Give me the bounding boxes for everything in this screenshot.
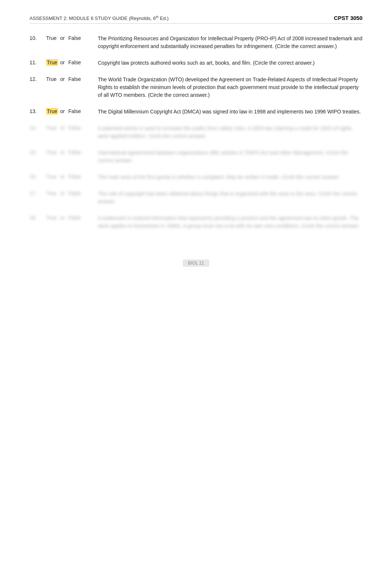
header-course: CPST 3050 — [334, 15, 362, 21]
question-number: 16. — [30, 173, 46, 180]
footer-label: BIOL 11 — [183, 259, 209, 267]
question-item: 11.True or FalseCopyright law protects a… — [30, 59, 362, 67]
highlight-true: True — [46, 59, 58, 66]
question-answers: True or False — [46, 76, 98, 82]
question-text: International agreements between organiz… — [98, 149, 362, 164]
question-text: The World Trade Organization (WTO) devel… — [98, 76, 362, 99]
answer-or: or — [60, 35, 68, 41]
answer-true: True — [46, 108, 60, 114]
question-text: The main area of the first goods is whet… — [98, 173, 362, 181]
question-item: 12.True or FalseThe World Trade Organiza… — [30, 76, 362, 99]
answer-false: False — [68, 76, 87, 82]
question-text: Copyright law protects authored works su… — [98, 59, 362, 67]
question-number: 12. — [30, 76, 46, 82]
question-answers: True or False — [46, 190, 98, 196]
answer-false: False — [68, 125, 87, 131]
question-number: 15. — [30, 149, 46, 155]
question-text: The Digital Millennium Copyright Act (DM… — [98, 108, 362, 116]
question-answers: True or False — [46, 125, 98, 131]
header-title: ASSESSMENT 2: MODULE 6 STUDY GUIDE (Reyn… — [30, 15, 169, 21]
answer-false: False — [68, 108, 87, 114]
question-text: The role of copyright has been obtained … — [98, 190, 362, 205]
question-answers: True or False — [46, 173, 98, 180]
answer-or: or — [60, 174, 68, 180]
question-number: 13. — [30, 108, 46, 114]
question-answers: True or False — [46, 59, 98, 65]
answer-or: or — [60, 149, 68, 155]
page-header: ASSESSMENT 2: MODULE 6 STUDY GUIDE (Reyn… — [30, 15, 362, 24]
answer-or: or — [60, 76, 68, 82]
question-text: A patented article is used to increase t… — [98, 125, 362, 140]
answer-false: False — [68, 149, 87, 155]
question-item: 14.True or FalseA patented article is us… — [30, 125, 362, 140]
answer-false: False — [68, 190, 87, 196]
answer-false: False — [68, 35, 87, 41]
page-footer: BIOL 11 — [30, 259, 362, 267]
question-text: A trademark is entered information that … — [98, 214, 362, 230]
answer-or: or — [60, 108, 68, 114]
question-number: 10. — [30, 35, 46, 41]
question-number: 14. — [30, 125, 46, 131]
answer-true: True — [46, 190, 60, 196]
question-item: 13.True or FalseThe Digital Millennium C… — [30, 108, 362, 116]
question-answers: True or False — [46, 35, 98, 41]
answer-true: True — [46, 125, 60, 131]
answer-or: or — [60, 190, 68, 196]
question-answers: True or False — [46, 108, 98, 114]
answer-false: False — [68, 59, 87, 65]
question-item: 10.True or FalseThe Prioritizing Resourc… — [30, 35, 362, 50]
question-number: 18. — [30, 214, 46, 221]
question-item: 16.True or FalseThe main area of the fir… — [30, 173, 362, 181]
answer-true: True — [46, 174, 60, 180]
answer-or: or — [60, 125, 68, 131]
answer-true: True — [46, 35, 60, 41]
question-list: 10.True or FalseThe Prioritizing Resourc… — [30, 35, 362, 230]
question-text: The Prioritizing Resources and Organizat… — [98, 35, 362, 50]
answer-false: False — [68, 174, 87, 180]
answer-true: True — [46, 215, 60, 221]
question-answers: True or False — [46, 214, 98, 221]
answer-true: True — [46, 76, 60, 82]
answer-or: or — [60, 215, 68, 221]
answer-or: or — [60, 59, 68, 65]
highlight-true: True — [46, 108, 58, 115]
question-answers: True or False — [46, 149, 98, 155]
answer-false: False — [68, 215, 87, 221]
question-number: 17. — [30, 190, 46, 196]
question-item: 17.True or FalseThe role of copyright ha… — [30, 190, 362, 205]
answer-true: True — [46, 149, 60, 155]
question-item: 15.True or FalseInternational agreements… — [30, 149, 362, 164]
answer-true: True — [46, 59, 60, 65]
question-item: 18.True or FalseA trademark is entered i… — [30, 214, 362, 230]
question-number: 11. — [30, 59, 46, 65]
